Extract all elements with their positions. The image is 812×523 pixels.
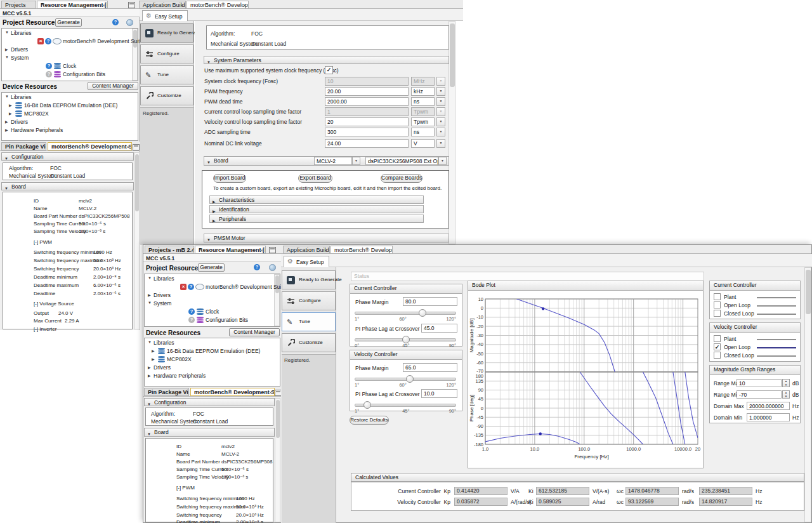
calc-row-label: Velocity Controller Kp <box>355 499 450 505</box>
line-swatch <box>757 355 796 357</box>
tree-item-motorbench[interactable]: ×?motorBench® Development Suite <box>143 284 280 291</box>
svg-text:-90: -90 <box>476 423 483 429</box>
plant-checkbox[interactable]: ✓ <box>714 335 721 342</box>
help-icon[interactable]: ? <box>254 264 260 270</box>
tree-item-hardware-peripherals[interactable]: ▶Hardware Peripherals <box>143 373 270 380</box>
scrollbar[interactable] <box>804 267 811 522</box>
window-mcc-2: Projects - mB 2.45.0 Resource Management… <box>0 0 812 523</box>
svg-text:135: 135 <box>475 378 483 384</box>
slider-ticks: 1°60°120° <box>355 316 456 322</box>
open-loop-checkbox[interactable]: ✓ <box>714 301 721 308</box>
expanded-icon[interactable]: ▼ <box>148 276 152 280</box>
phase-margin-slider[interactable] <box>355 375 456 382</box>
scrollbar-thumb[interactable] <box>806 270 811 314</box>
tree-item-system[interactable]: ▼System <box>143 300 270 308</box>
phase-margin-input[interactable]: 65.0 <box>403 363 457 372</box>
domain-min-input[interactable]: 1.000000 <box>747 413 790 421</box>
tree-item-mcp802x[interactable]: ▶MCP802X <box>143 356 280 364</box>
current-ki-value: 612.532185 <box>536 487 589 495</box>
wrench-icon <box>287 339 295 347</box>
svg-text:-60: -60 <box>476 360 483 366</box>
scrollbar-thumb[interactable] <box>276 400 280 438</box>
plant-checkbox[interactable]: ✓ <box>714 293 721 300</box>
svg-text:Phase [deg]: Phase [deg] <box>469 395 475 422</box>
help-icon: ? <box>188 317 195 323</box>
database-icon <box>197 308 204 315</box>
svg-text:10: 10 <box>478 296 483 302</box>
collapsed-icon[interactable]: ▶ <box>152 348 155 353</box>
tree-item-clock[interactable]: ?Clock <box>143 308 270 316</box>
tree-item-libraries[interactable]: ▼Libraries <box>143 340 270 347</box>
expanded-icon[interactable]: ▼ <box>148 301 152 305</box>
tab-motorbench-short[interactable]: motorBench® Development Su...× <box>190 388 275 396</box>
gear-icon: ⚙ <box>287 258 293 265</box>
scrollbar[interactable] <box>274 274 280 326</box>
tab-application-builder[interactable]: Application Builder× <box>283 246 330 254</box>
range-max-input[interactable]: 10 <box>737 379 782 387</box>
section-board[interactable]: ▼Board <box>144 428 275 437</box>
tree-item-drivers[interactable]: ▶Drivers <box>143 364 270 372</box>
phase-lag-slider[interactable] <box>355 336 456 343</box>
legend-row-open-loop: ✓Open Loop <box>710 343 801 352</box>
line-swatch <box>757 297 796 298</box>
sidebar-item-tune[interactable]: ✎Tune <box>282 312 336 331</box>
calculated-values-header: Calculated Values <box>351 473 804 482</box>
close-icon[interactable]: × <box>260 247 263 254</box>
range-min-spinner[interactable]: ▲▼ <box>782 390 790 399</box>
tab-projects[interactable]: Projects - mB 2.45.0 <box>145 246 194 254</box>
closed-loop-checkbox[interactable]: ✓ <box>714 352 721 359</box>
content-manager-button[interactable]: Content Manager <box>229 328 280 336</box>
current-controller-panel: Current Controller Phase Margin 80.0 1°6… <box>350 284 462 347</box>
globe-icon[interactable] <box>269 264 276 271</box>
collapsed-icon[interactable]: ▶ <box>148 293 151 297</box>
tree-item-libraries[interactable]: ▼Libraries <box>143 275 270 283</box>
tab-easy-setup[interactable]: ⚙Easy Setup <box>284 256 329 267</box>
tab-motorbench-suite[interactable]: motorBench® Development Suite× <box>331 246 393 254</box>
phase-margin-input[interactable]: 80.0 <box>403 297 457 306</box>
domain-max-input[interactable]: 20000.000000 <box>747 402 790 410</box>
collapsed-icon[interactable]: ▶ <box>148 365 151 369</box>
close-icon[interactable]: × <box>387 247 390 254</box>
expanded-icon: ▼ <box>147 430 151 438</box>
svg-text:90: 90 <box>478 387 483 393</box>
tab-pin-package-view[interactable]: Pin Package View <box>144 388 189 396</box>
float-window-icon[interactable] <box>269 247 276 253</box>
sidebar-item-customize[interactable]: Customize <box>282 333 336 352</box>
section-configuration[interactable]: ▼Configuration <box>144 398 275 406</box>
tab-resource-management[interactable]: Resource Management [MCC]× <box>195 246 266 254</box>
svg-text:-30: -30 <box>476 333 483 338</box>
slider-ticks: 0°45°90° <box>355 343 456 348</box>
database-icon <box>197 317 204 324</box>
tree-item-drivers[interactable]: ▶Drivers <box>143 292 270 300</box>
collapsed-icon[interactable]: ▶ <box>152 357 155 361</box>
open-loop-checkbox[interactable]: ✓ <box>714 343 721 350</box>
velocity-kp-value: 0.035872 <box>454 498 508 506</box>
current-kp-value: 0.414420 <box>454 487 508 495</box>
range-min-input[interactable]: -70 <box>737 390 782 399</box>
calculated-values-body <box>351 482 804 511</box>
expanded-icon[interactable]: ▼ <box>148 340 152 344</box>
svg-text:10000.0: 10000.0 <box>674 446 691 452</box>
sidebar-item-configure[interactable]: Configure <box>282 291 336 310</box>
close-icon[interactable]: × <box>324 247 327 254</box>
closed-loop-checkbox[interactable]: ✓ <box>714 310 721 317</box>
collapsed-icon[interactable]: ▶ <box>148 373 151 378</box>
scrollbar[interactable] <box>275 398 280 522</box>
restore-defaults-button[interactable]: Restore Defaults <box>350 416 389 425</box>
range-max-spinner[interactable]: ▲▼ <box>782 379 790 387</box>
tree-item-configuration-bits[interactable]: ?Configuration Bits <box>143 317 270 324</box>
legend-row-closed-loop: ✓Closed Loop <box>710 310 801 318</box>
phase-margin-slider[interactable] <box>355 309 456 316</box>
legend-row-plant: ✓Plant <box>710 293 801 301</box>
phase-lag-input[interactable]: 10.0 <box>421 389 457 398</box>
mcc-version: MCC v5.5.1 <box>146 255 174 262</box>
line-swatch <box>757 305 796 307</box>
phase-lag-slider[interactable] <box>355 401 456 408</box>
svg-text:10.0: 10.0 <box>530 446 540 452</box>
phase-lag-input[interactable]: 45.0 <box>421 324 457 333</box>
generate-button[interactable]: Generate <box>198 263 225 272</box>
tree-item-dee[interactable]: ▶16-Bit Data EEPROM Emulation (DEE) <box>143 348 280 355</box>
sidebar-item-ready-to-generate[interactable]: Ready to Generate <box>282 270 336 289</box>
status-field[interactable]: Status <box>351 272 704 281</box>
close-icon[interactable]: × <box>269 389 272 396</box>
